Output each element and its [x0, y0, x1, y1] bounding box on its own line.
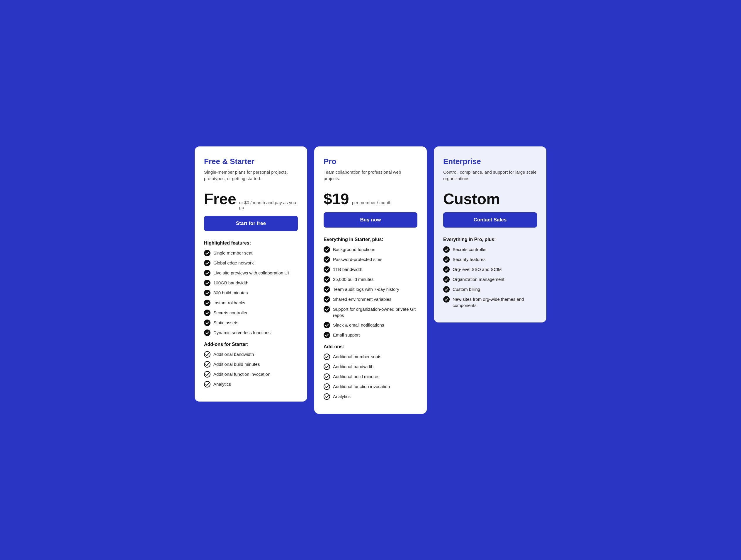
check-filled-icon — [204, 329, 210, 336]
feature-text: Single member seat — [213, 250, 252, 256]
feature-text: Static assets — [213, 320, 238, 326]
check-filled-icon — [443, 246, 450, 253]
feature-item: 300 build minutes — [204, 290, 298, 296]
feature-text: 1TB bandwidth — [333, 266, 362, 272]
feature-text: 300 build minutes — [213, 290, 248, 296]
check-outline-icon — [324, 393, 330, 400]
check-filled-icon — [204, 270, 210, 276]
svg-point-23 — [324, 364, 330, 370]
svg-point-15 — [324, 266, 330, 273]
check-filled-icon — [443, 266, 450, 273]
features-label-free-starter: Highlighted features: — [204, 240, 298, 246]
svg-point-19 — [324, 306, 330, 313]
feature-item: Support for organization-owned private G… — [324, 306, 417, 318]
check-outline-icon — [324, 374, 330, 380]
feature-text: Organization management — [453, 276, 504, 283]
addon-item: Additional build minutes — [324, 374, 417, 380]
svg-point-21 — [324, 332, 330, 338]
addon-item: Additional bandwidth — [204, 351, 298, 357]
feature-item: Shared environment variables — [324, 296, 417, 303]
feature-item: New sites from org-wide themes and compo… — [443, 296, 537, 308]
addon-item: Analytics — [204, 381, 298, 388]
svg-point-7 — [204, 320, 210, 326]
price-main-pro: $19 — [324, 191, 349, 207]
feature-text: Support for organization-owned private G… — [333, 306, 417, 318]
addons-label-pro: Add-ons: — [324, 344, 417, 349]
plan-title-enterprise: Enterprise — [443, 157, 537, 166]
check-filled-icon — [324, 296, 330, 303]
feature-item: 1TB bandwidth — [324, 266, 417, 273]
addon-text: Additional build minutes — [213, 361, 260, 367]
feature-item: Secrets controller — [204, 310, 298, 316]
svg-point-10 — [204, 362, 210, 367]
feature-item: Single member seat — [204, 250, 298, 256]
check-filled-icon — [324, 246, 330, 253]
pricing-card-enterprise: EnterpriseControl, compliance, and suppo… — [434, 147, 546, 322]
addon-item: Additional build minutes — [204, 361, 298, 368]
cta-button-enterprise[interactable]: Contact Sales — [443, 212, 537, 228]
price-main-free-starter: Free — [204, 191, 236, 207]
feature-item: Slack & email notifications — [324, 322, 417, 328]
svg-point-14 — [324, 256, 330, 263]
svg-point-12 — [204, 381, 210, 387]
feature-item: Security features — [443, 256, 537, 263]
feature-text: Email support — [333, 332, 360, 338]
addon-text: Additional function invocation — [333, 383, 390, 390]
check-outline-icon — [324, 364, 330, 370]
feature-text: 100GB bandwidth — [213, 280, 248, 286]
svg-point-11 — [204, 372, 210, 377]
svg-point-29 — [443, 266, 450, 273]
feature-item: Team audit logs with 7-day history — [324, 286, 417, 293]
check-filled-icon — [324, 322, 330, 328]
addon-item: Additional member seats — [324, 353, 417, 360]
check-filled-icon — [204, 290, 210, 296]
svg-point-2 — [204, 270, 210, 276]
svg-point-3 — [204, 280, 210, 286]
svg-point-0 — [204, 250, 210, 256]
check-filled-icon — [204, 300, 210, 306]
svg-point-30 — [443, 276, 450, 283]
plan-title-pro: Pro — [324, 157, 417, 166]
svg-point-4 — [204, 290, 210, 296]
feature-item: Email support — [324, 332, 417, 338]
cta-button-free-starter[interactable]: Start for free — [204, 216, 298, 231]
feature-item: Static assets — [204, 320, 298, 326]
svg-point-24 — [324, 374, 330, 380]
cta-button-pro[interactable]: Buy now — [324, 212, 417, 228]
addon-text: Analytics — [333, 393, 350, 400]
feature-text: Instant rollbacks — [213, 300, 245, 306]
addon-item: Additional bandwidth — [324, 364, 417, 370]
check-outline-icon — [204, 361, 210, 368]
svg-point-9 — [204, 351, 210, 357]
feature-item: Custom billing — [443, 286, 537, 293]
check-filled-icon — [324, 256, 330, 263]
svg-point-16 — [324, 276, 330, 283]
pricing-card-free-starter: Free & StarterSingle-member plans for pe… — [195, 147, 307, 402]
feature-text: Password-protected sites — [333, 256, 382, 262]
feature-text: Background functions — [333, 246, 375, 252]
feature-text: Live site previews with collaboration UI — [213, 270, 289, 276]
svg-point-31 — [443, 286, 450, 293]
feature-item: Background functions — [324, 246, 417, 253]
svg-point-32 — [443, 296, 450, 303]
check-outline-icon — [204, 351, 210, 357]
feature-item: Instant rollbacks — [204, 300, 298, 306]
plan-description-enterprise: Control, compliance, and support for lar… — [443, 169, 537, 183]
feature-item: Global edge network — [204, 260, 298, 266]
feature-text: Shared environment variables — [333, 296, 391, 302]
price-sub-free-starter: or $0 / month and pay as you go — [239, 200, 298, 210]
svg-point-18 — [324, 296, 330, 303]
price-sub-pro: per member / month — [352, 200, 392, 205]
feature-text: Secrets controller — [453, 246, 487, 252]
addon-item: Analytics — [324, 393, 417, 400]
check-filled-icon — [324, 286, 330, 293]
svg-point-6 — [204, 310, 210, 316]
addon-text: Analytics — [213, 381, 231, 387]
plan-title-free-starter: Free & Starter — [204, 157, 298, 166]
check-outline-icon — [324, 383, 330, 390]
check-filled-icon — [324, 306, 330, 313]
price-section-pro: $19per member / month — [324, 191, 417, 207]
check-filled-icon — [443, 256, 450, 263]
feature-item: Dynamic serverless functions — [204, 329, 298, 336]
check-filled-icon — [324, 276, 330, 283]
